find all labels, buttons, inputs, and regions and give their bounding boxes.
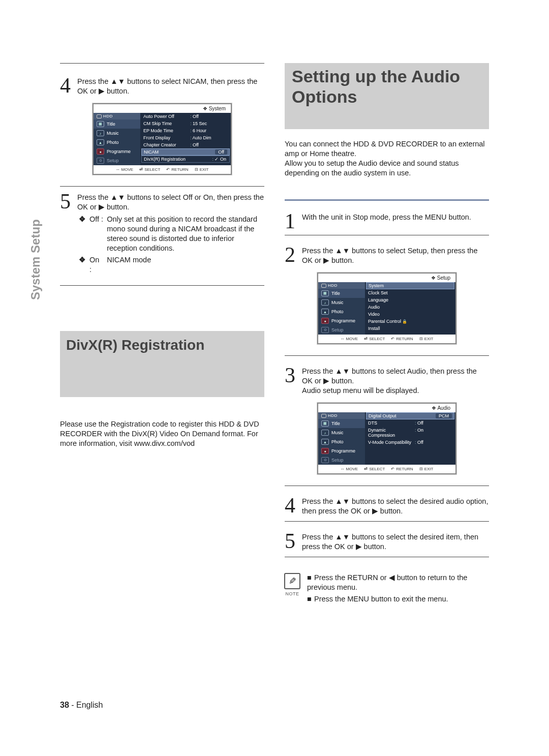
page-footer: 38 - English	[60, 701, 103, 710]
osd-system-nicam: System HDD ▦Title ♪Music ▲Photo ●Program…	[93, 103, 232, 175]
osd-row-label: Chapter Creator	[143, 142, 188, 147]
osd-crumb: Audio	[318, 404, 455, 412]
left-step-4: 4 Press the ▲▼ buttons to select NICAM, …	[60, 71, 264, 96]
note-icon	[284, 573, 300, 589]
osd-row-label: Language	[368, 297, 413, 303]
osd-foot-exit: EXIT	[195, 167, 209, 172]
osd-hi-value: PCM	[436, 413, 452, 418]
osd-audio-menu: Audio HDD ▦Title ♪Music ▲Photo ●Programm…	[317, 403, 456, 474]
osd-row-value: 6 Hour	[190, 128, 206, 133]
osd-row-value: On	[415, 428, 423, 438]
osd-row-label: EP Mode Time	[143, 128, 188, 133]
osd-row-label: V-Mode Compatibility	[368, 440, 413, 445]
osd-foot-exit: EXIT	[419, 337, 434, 341]
osd-menu-title: Title	[331, 421, 340, 426]
step-number: 3	[285, 366, 302, 396]
step-5-notes: ❖ Off : Only set at this position to rec…	[77, 213, 264, 276]
osd-row-label: DTS	[368, 420, 413, 426]
step-text: Press the ▲▼ buttons to select the desir…	[302, 531, 489, 552]
left-column: 4 Press the ▲▼ buttons to select NICAM, …	[60, 63, 264, 604]
osd-hdd: HDD	[103, 114, 113, 118]
osd-menu-programme: Programme	[107, 149, 131, 154]
osd-crumb: Setup	[318, 274, 455, 282]
osd-row-value: Off	[190, 114, 199, 119]
section-title: DivX(R) Registration	[66, 336, 204, 354]
note-on-text: NICAM mode	[107, 256, 151, 264]
osd-hi-value: Off	[215, 149, 227, 155]
osd-row-label: Clock Set	[368, 290, 413, 295]
left-step-5: 5 Press the ▲▼ buttons to select Off or …	[60, 186, 264, 212]
osd-foot-return: RETURN	[391, 337, 413, 341]
osd-row-value: Auto Dim	[190, 135, 211, 140]
step-text: Press the ▲▼ buttons to select Off or On…	[77, 192, 264, 212]
section-title: Setting up the Audio Options	[292, 66, 483, 107]
step-text: Press the ▲▼ buttons to select Audio, th…	[302, 366, 489, 396]
osd-row-label: Install	[368, 326, 413, 331]
osd-menu-music: Music	[331, 300, 344, 305]
note-line-2: Press the MENU button to exit the menu.	[314, 595, 448, 603]
right-step-4: 4 Press the ▲▼ buttons to select the des…	[285, 491, 489, 516]
osd-row-label: CM Skip Time	[143, 121, 188, 126]
section-header-audio: Setting up the Audio Options	[285, 63, 489, 129]
right-step-5: 5 Press the ▲▼ buttons to select the des…	[285, 526, 489, 552]
page: 4 Press the ▲▼ buttons to select NICAM, …	[60, 63, 489, 604]
osd-foot-move: MOVE	[116, 167, 134, 172]
section-tab: System Setup	[28, 219, 44, 300]
osd-hi-label: System	[369, 283, 413, 288]
osd-row-label: Front Display	[143, 135, 188, 140]
step-number: 1	[285, 211, 302, 231]
osd-box-value: ✓ On	[212, 157, 227, 162]
right-step-1: 1 With the unit in Stop mode, press the …	[285, 206, 489, 231]
section-header-divx: DivX(R) Registration	[60, 331, 264, 397]
osd-row-label: Dynamic Compression	[368, 428, 413, 438]
osd-menu-music: Music	[107, 131, 119, 136]
step-number: 4	[285, 496, 302, 516]
osd-menu-photo: Photo	[331, 309, 344, 314]
osd-foot-exit: EXIT	[419, 467, 434, 471]
osd-foot-move: MOVE	[341, 467, 358, 471]
osd-foot-select: SELECT	[139, 167, 160, 172]
right-step-2: 2 Press the ▲▼ buttons to select Setup, …	[285, 240, 489, 265]
osd-setup-menu: Setup HDD ▦Title ♪Music ▲Photo ●Programm…	[317, 273, 456, 344]
note-off-text: Only set at this position to record the …	[107, 215, 257, 252]
step-number: 5	[60, 192, 77, 212]
osd-foot-move: MOVE	[341, 337, 358, 341]
osd-row-value: Off	[415, 440, 423, 445]
page-sep: -	[69, 701, 76, 709]
step-number: 5	[285, 531, 302, 552]
osd-row-value: Off	[415, 420, 423, 426]
audio-intro: You can connect the HDD & DVD RECORDER t…	[285, 139, 489, 178]
note-label: NOTE	[285, 591, 299, 596]
divx-paragraph: Please use the Registration code to regi…	[60, 419, 264, 448]
osd-menu-title: Title	[331, 291, 340, 296]
osd-crumb: System	[94, 104, 231, 113]
step-number: 2	[285, 245, 302, 265]
osd-hdd: HDD	[328, 283, 338, 288]
osd-foot-select: SELECT	[364, 337, 385, 341]
osd-menu-setup: Setup	[107, 158, 119, 163]
osd-row-label: Audio	[368, 305, 413, 310]
page-lang: English	[76, 701, 103, 709]
osd-hdd: HDD	[328, 413, 338, 418]
osd-foot-return: RETURN	[391, 467, 413, 471]
osd-menu-music: Music	[331, 430, 344, 435]
right-column: Setting up the Audio Options You can con…	[285, 63, 489, 604]
step-text: Press the ▲▼ buttons to select the desir…	[302, 496, 489, 516]
note-on-label: On :	[89, 256, 99, 274]
osd-menu-setup: Setup	[331, 327, 344, 332]
step-text: Press the ▲▼ buttons to select NICAM, th…	[77, 76, 264, 96]
osd-menu-setup: Setup	[331, 458, 344, 463]
osd-row-label: Auto Power Off	[143, 114, 188, 119]
note-block: NOTE ■Press the RETURN or ◀ button to re…	[285, 573, 489, 604]
osd-hi-label: NICAM	[144, 149, 189, 155]
step-text: With the unit in Stop mode, press the ME…	[302, 211, 471, 231]
osd-row-label: Video	[368, 312, 413, 317]
osd-menu-programme: Programme	[331, 318, 355, 323]
osd-row-value: Off	[190, 142, 199, 147]
page-number: 38	[60, 701, 69, 709]
osd-menu-photo: Photo	[331, 439, 344, 444]
osd-menu-programme: Programme	[331, 448, 355, 453]
osd-foot-return: RETURN	[166, 167, 188, 172]
note-line-1: Press the RETURN or ◀ button to return t…	[307, 573, 467, 591]
osd-row-label: Parental Control	[368, 319, 413, 324]
